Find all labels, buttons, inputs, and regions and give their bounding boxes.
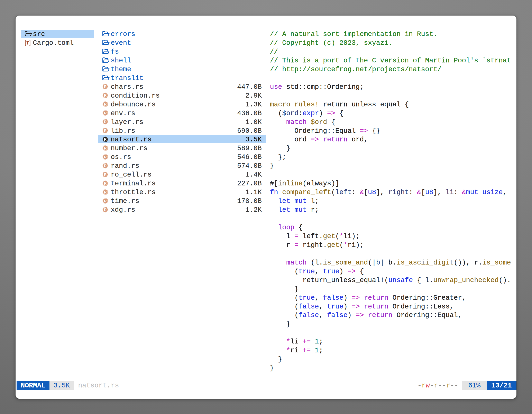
svg-text:R: R <box>104 164 106 168</box>
svg-text:R: R <box>104 102 106 106</box>
svg-text:R: R <box>104 155 106 159</box>
svg-text:R: R <box>104 172 106 176</box>
svg-text:R: R <box>104 111 106 115</box>
svg-text:R: R <box>104 93 106 97</box>
svg-text:R: R <box>104 146 106 150</box>
svg-text:R: R <box>104 181 106 185</box>
svg-text:R: R <box>104 190 106 194</box>
svg-text:R: R <box>104 137 106 141</box>
svg-text:R: R <box>104 85 106 89</box>
svg-text:R: R <box>104 128 106 133</box>
svg-text:R: R <box>104 207 106 212</box>
svg-text:R: R <box>104 120 106 124</box>
svg-text:R: R <box>104 199 106 203</box>
